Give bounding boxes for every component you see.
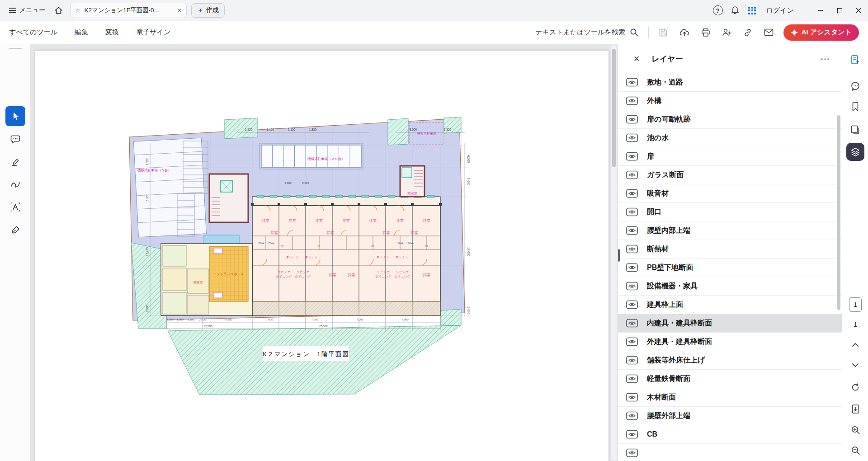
layers-panel-button[interactable] [846, 143, 864, 161]
layer-visibility-toggle[interactable] [626, 245, 638, 254]
tab-edit[interactable]: 編集 [75, 28, 88, 37]
layer-visibility-toggle[interactable] [626, 96, 638, 105]
layer-row[interactable]: 池の水 [618, 129, 842, 147]
layer-row[interactable]: 開口 [618, 203, 842, 221]
layer-visibility-toggle[interactable] [626, 356, 638, 365]
request-esign-button[interactable] [722, 28, 731, 37]
print-button[interactable] [701, 28, 710, 37]
fill-sign-tool-button[interactable] [5, 220, 25, 240]
zoom-in-button[interactable] [846, 421, 864, 439]
layer-row[interactable]: CB [618, 425, 842, 444]
share-link-button[interactable] [743, 28, 752, 37]
layer-row[interactable]: 扉 [618, 147, 842, 166]
layer-visibility-toggle[interactable] [626, 170, 638, 179]
layer-row[interactable] [618, 444, 842, 461]
bookmarks-panel-button[interactable] [846, 98, 864, 116]
layer-visibility-toggle[interactable] [626, 133, 638, 142]
layer-visibility-toggle[interactable] [626, 300, 638, 309]
document-scrollbar[interactable] [611, 45, 617, 460]
tab-close-icon[interactable]: ✕ [177, 7, 182, 14]
fit-page-button[interactable] [846, 400, 864, 418]
rotate-refresh-button[interactable] [846, 378, 864, 396]
star-icon[interactable]: ☆ [75, 7, 81, 14]
layer-visibility-toggle[interactable] [626, 152, 638, 161]
layer-visibility-toggle[interactable] [626, 430, 638, 439]
layer-visibility-toggle[interactable] [626, 448, 638, 457]
create-button[interactable]: ＋ 作成 [191, 3, 225, 18]
pdf-page[interactable]: 機械式駐車場（５台） 機械式駐車場（２０台） 来客用駐車場 [35, 51, 609, 461]
highlight-tool-button[interactable] [5, 152, 25, 172]
layer-row[interactable]: PB壁下地断面 [618, 259, 842, 277]
layers-scrollbar-thumb[interactable] [837, 115, 840, 310]
document-scrollbar-thumb[interactable] [612, 49, 616, 167]
search-box[interactable]: テキストまたはツールを検索 [535, 28, 638, 37]
layer-row[interactable]: 外建具・建具枠断面 [618, 333, 842, 351]
comments-panel-button[interactable] [846, 77, 864, 95]
rail-grabber[interactable] [9, 48, 22, 49]
window-maximize-button[interactable] [830, 0, 849, 21]
select-tool-button[interactable] [5, 106, 25, 126]
plan-label-room: 洋室 [288, 219, 296, 223]
dim-text: 6,000 [467, 155, 470, 163]
tab-esign[interactable]: 電子サイン [136, 28, 170, 37]
next-page-button[interactable] [846, 356, 864, 374]
tab-all-tools[interactable]: すべてのツール [9, 28, 57, 37]
menu-button[interactable]: メニュー [5, 3, 50, 18]
page-number-input[interactable]: 1 [849, 297, 862, 312]
document-canvas[interactable]: 機械式駐車場（５台） 機械式駐車場（２０台） 来客用駐車場 [31, 44, 618, 461]
layer-visibility-toggle[interactable] [626, 226, 638, 235]
apps-grid-button[interactable] [744, 0, 761, 21]
layer-visibility-toggle[interactable] [626, 78, 638, 87]
dim-text: 1,500 [176, 318, 184, 321]
layer-visibility-toggle[interactable] [626, 263, 638, 272]
save-button[interactable] [659, 28, 668, 37]
home-button[interactable] [50, 3, 67, 18]
login-button[interactable]: ログイン [761, 6, 799, 15]
layer-visibility-toggle[interactable] [626, 411, 638, 420]
tab-convert[interactable]: 変換 [105, 28, 119, 37]
notifications-button[interactable] [726, 0, 744, 21]
layer-row[interactable]: 建具枠上面 [618, 296, 842, 314]
layer-visibility-toggle[interactable] [626, 189, 638, 198]
cloud-upload-button[interactable] [679, 28, 689, 37]
layer-row[interactable]: 扉の可動軌跡 [618, 110, 842, 129]
layers-scroll-indicator[interactable] [618, 249, 620, 262]
layer-visibility-toggle[interactable] [626, 319, 638, 328]
panel-options-icon[interactable]: ⋯ [821, 53, 830, 64]
layer-row[interactable]: 外構 [618, 92, 842, 110]
email-button[interactable] [764, 28, 774, 36]
layer-visibility-toggle[interactable] [626, 393, 638, 402]
layer-visibility-toggle[interactable] [626, 374, 638, 383]
layer-row[interactable]: 軽量鉄骨断面 [618, 370, 842, 388]
add-text-tool-button[interactable] [5, 197, 25, 217]
layer-row[interactable]: 舗装等外床仕上げ [618, 351, 842, 370]
draw-tool-button[interactable] [5, 174, 25, 194]
layer-row[interactable]: 木材断面 [618, 388, 842, 407]
layer-label: 断熱材 [647, 245, 669, 254]
layer-visibility-toggle[interactable] [626, 282, 638, 291]
layer-row[interactable]: 腰壁外部上端 [618, 407, 842, 425]
zoom-out-button[interactable] [846, 441, 864, 459]
ai-assistant-button[interactable]: AI アシスタント [783, 24, 859, 41]
comment-tool-button[interactable] [5, 129, 25, 149]
window-minimize-button[interactable] [811, 0, 830, 21]
layer-row[interactable]: ガラス断面 [618, 166, 842, 184]
layer-row[interactable]: 設備機器・家具 [618, 277, 842, 296]
help-button[interactable]: ? [709, 0, 726, 21]
layer-row-selected[interactable]: 内建具・建具枠断面 [618, 314, 842, 333]
layer-label: 敷地・道路 [647, 78, 683, 87]
previous-page-button[interactable] [846, 336, 864, 354]
layer-row[interactable]: 吸音材 [618, 184, 842, 203]
layer-row[interactable]: 断熱材 [618, 240, 842, 259]
layer-row[interactable]: 腰壁内部上端 [618, 221, 842, 240]
panel-close-icon[interactable]: ✕ [633, 54, 640, 64]
document-tab[interactable]: ☆ K2マンション1F平面図-0... ✕ [70, 3, 187, 18]
layer-visibility-toggle[interactable] [626, 115, 638, 124]
layer-row[interactable]: 敷地・道路 [618, 73, 842, 92]
ai-suggestions-button[interactable] [846, 51, 864, 69]
plan-label-room: 洋室 [262, 219, 269, 223]
page-thumbnails-button[interactable] [846, 121, 864, 139]
layer-visibility-toggle[interactable] [626, 337, 638, 346]
window-close-button[interactable] [849, 0, 868, 21]
layer-visibility-toggle[interactable] [626, 207, 638, 216]
